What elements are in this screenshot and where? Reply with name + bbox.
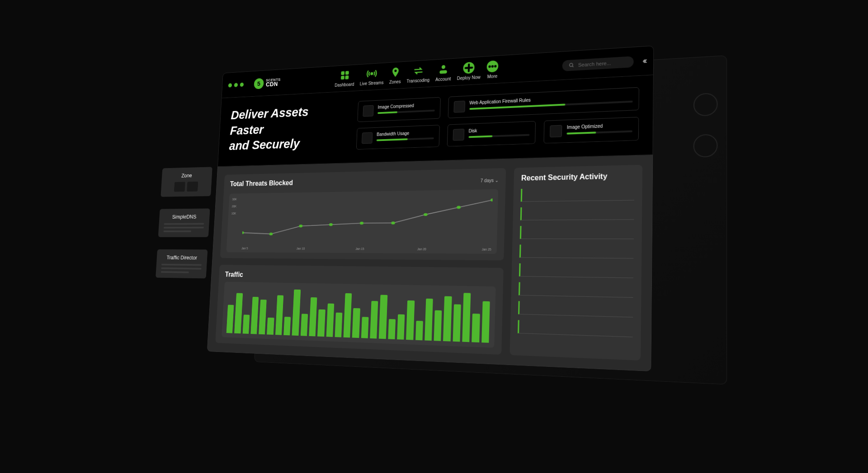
traffic-bar	[259, 300, 267, 334]
threats-title: Total Threats Blocked	[230, 178, 293, 187]
x-tick: Jan 25	[482, 247, 491, 250]
traffic-bar	[425, 299, 433, 340]
svg-point-13	[570, 63, 573, 66]
activity-row[interactable]	[520, 225, 634, 239]
floater-card-zone[interactable]: Zone	[160, 167, 212, 197]
range-selector[interactable]: 7 days ⌄	[481, 178, 499, 183]
nav-item-transcoding[interactable]: Transcoding	[406, 64, 430, 83]
nav-label: Dashboard	[335, 82, 354, 88]
search-placeholder: Search here...	[578, 60, 611, 67]
window-dot[interactable]	[234, 83, 238, 87]
nav-item-zones[interactable]: Zones	[389, 66, 401, 84]
window-dot[interactable]	[228, 83, 232, 87]
activity-row[interactable]	[518, 319, 633, 337]
activity-row[interactable]	[520, 206, 634, 220]
nav-item-account[interactable]: Account	[435, 63, 451, 82]
traffic-title: Traffic	[225, 270, 496, 282]
traffic-bar	[344, 293, 352, 337]
window-dot[interactable]	[240, 82, 244, 86]
traffic-bar	[335, 312, 342, 337]
traffic-bar	[226, 304, 234, 333]
stat-cards: Image CompressedWeb Application Firewall…	[356, 87, 639, 149]
activity-title: Recent Security Activity	[521, 171, 635, 182]
grid-icon	[340, 69, 350, 81]
stat-card: Bandwidth Usage	[356, 125, 440, 149]
logo-badge: 5	[254, 78, 264, 89]
svg-point-20	[391, 221, 395, 224]
traffic-bar	[275, 295, 283, 334]
svg-point-23	[491, 198, 493, 201]
svg-rect-1	[345, 70, 349, 75]
activity-row[interactable]	[518, 300, 633, 317]
svg-point-19	[360, 221, 364, 224]
brand-logo[interactable]: 5 5CENTS CDN	[254, 77, 281, 89]
activity-row[interactable]	[519, 282, 633, 297]
svg-point-16	[269, 232, 273, 235]
svg-line-9	[466, 67, 472, 68]
stat-label: Disk	[468, 126, 530, 133]
floater-title: Traffic Director	[161, 254, 202, 260]
x-tick: Jan 5	[241, 246, 248, 249]
traffic-bar	[462, 293, 471, 342]
collapse-icon[interactable]: ‹‹‹	[642, 56, 646, 66]
traffic-bar	[234, 293, 242, 333]
nav-label: Zones	[389, 79, 401, 84]
floater-card-traffic-director[interactable]: Traffic Director	[156, 249, 208, 278]
background-circle	[693, 134, 717, 157]
traffic-bar	[370, 301, 378, 338]
threats-line-chart: 30K20K10K Jan 5Jan 10Jan 15Jan 20Jan 25	[226, 189, 499, 253]
svg-point-4	[371, 72, 373, 74]
threats-panel: Total Threats Blocked 7 days ⌄ 30K20K10K…	[220, 168, 506, 260]
window-dot	[280, 86, 283, 90]
window-dot	[274, 87, 278, 91]
svg-point-17	[299, 224, 302, 227]
more-icon	[487, 60, 499, 72]
svg-rect-2	[341, 75, 344, 80]
main-window: 5 5CENTS CDN DashboardLive StreamsZonesT…	[205, 45, 654, 416]
traffic-bar	[472, 314, 480, 342]
stat-bar	[377, 109, 434, 114]
x-tick: Jan 20	[417, 247, 426, 250]
nav-item-deploy-now[interactable]: Deploy Now	[457, 61, 481, 80]
traffic-bar	[361, 317, 369, 338]
svg-rect-0	[341, 71, 344, 75]
nav-label: More	[487, 74, 498, 79]
nav-label: Account	[435, 76, 451, 82]
stat-label: Image Compressed	[377, 102, 435, 110]
stat-card: Image Optimized	[544, 117, 639, 143]
stat-card: Disk	[447, 121, 536, 146]
nav-item-live-streams[interactable]: Live Streams	[360, 67, 384, 86]
floater-title: Zone	[167, 172, 207, 179]
stat-bar	[468, 134, 530, 138]
floater-title: SimpleDNS	[164, 213, 205, 220]
stat-thumb	[550, 125, 562, 137]
stat-bar	[377, 137, 434, 141]
x-tick: Jan 15	[355, 247, 364, 250]
traffic-bar	[242, 314, 250, 333]
traffic-bar	[481, 301, 490, 342]
nav-label: Transcoding	[406, 77, 429, 83]
activity-row[interactable]	[521, 187, 634, 201]
traffic-bar	[301, 314, 308, 336]
hero-title: Deliver Assets Faster and Securely	[229, 102, 346, 154]
traffic-bar	[434, 310, 442, 341]
background-circle	[693, 92, 718, 116]
traffic-bar	[443, 296, 452, 341]
activity-row[interactable]	[519, 263, 633, 278]
nav-item-dashboard[interactable]: Dashboard	[335, 69, 355, 88]
svg-rect-3	[345, 75, 349, 80]
traffic-bar	[352, 308, 360, 337]
traffic-bar	[453, 304, 461, 341]
logo-text: 5CENTS CDN	[266, 78, 281, 87]
traffic-bar	[292, 289, 301, 335]
floater-card-simpledns[interactable]: SimpleDNS	[158, 208, 210, 237]
nav-item-more[interactable]: More	[486, 60, 499, 79]
search-input[interactable]: Search here...	[562, 56, 634, 71]
stat-bar	[567, 130, 632, 134]
side-floating-cards: ZoneSimpleDNSTraffic Director	[156, 167, 212, 278]
traffic-panel: Traffic	[215, 264, 504, 354]
pin-icon	[390, 66, 401, 78]
traffic-bar	[415, 320, 423, 340]
activity-row[interactable]	[519, 244, 634, 258]
window-controls	[228, 82, 244, 87]
